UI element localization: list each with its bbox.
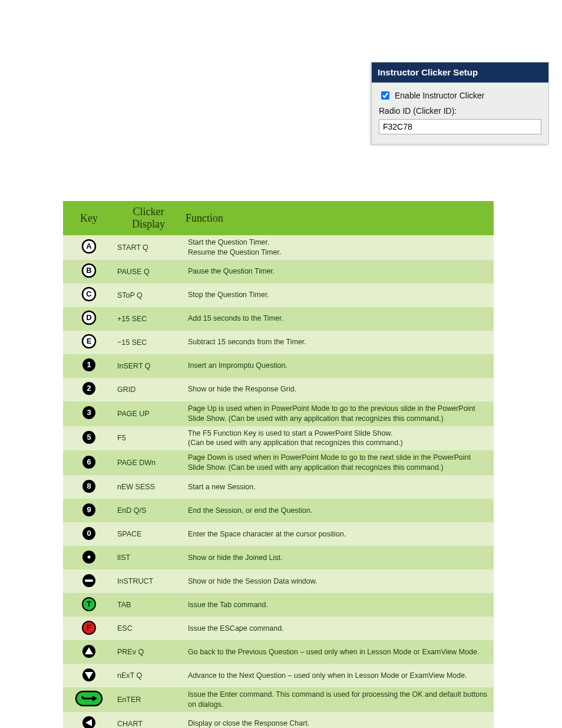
key-icon-arrow-up bbox=[81, 644, 97, 659]
svg-text:8: 8 bbox=[87, 482, 91, 490]
svg-text:0: 0 bbox=[87, 529, 91, 538]
table-row: BPAUSE QPause the Question Timer. bbox=[63, 260, 494, 284]
key-icon-cell: 1 bbox=[63, 357, 115, 373]
svg-text:C: C bbox=[86, 289, 92, 298]
clicker-display-cell: InSTRUCT bbox=[115, 577, 184, 585]
function-cell: Issue the Enter command. This command is… bbox=[184, 690, 494, 710]
function-cell: Show or hide the Session Data window. bbox=[184, 577, 494, 587]
key-icon-cell: B bbox=[63, 263, 115, 278]
clicker-display-cell: +15 SEC bbox=[115, 315, 184, 323]
table-row: 2GRIDShow or hide the Response Grid. bbox=[63, 378, 494, 401]
key-icon-true: T bbox=[81, 597, 97, 612]
table-row: InSTRUCTShow or hide the Session Data wi… bbox=[63, 569, 494, 593]
clicker-key-table: Key Clicker Display Function ASTART QSta… bbox=[63, 201, 494, 728]
radio-id-label: Radio ID (Clicker ID): bbox=[379, 106, 541, 116]
function-cell: Start the Question Timer. Resume the Que… bbox=[184, 238, 494, 258]
svg-rect-29 bbox=[85, 579, 93, 582]
table-row: D+15 SECAdd 15 seconds to the Timer. bbox=[63, 307, 494, 331]
key-icon-number-8: 8 bbox=[81, 479, 97, 494]
clicker-display-cell: F5 bbox=[115, 434, 184, 442]
clicker-display-cell: ESC bbox=[115, 624, 184, 633]
clicker-display-cell: nEW SESS bbox=[115, 483, 184, 491]
function-cell: Pause the Question Timer. bbox=[184, 266, 494, 276]
header-display: Clicker Display bbox=[115, 206, 182, 230]
table-row: 1InSERT QInsert an Impromptu Question. bbox=[63, 354, 494, 378]
clicker-display-cell: PAGE UP bbox=[115, 410, 184, 418]
key-icon-letter-D: D bbox=[81, 310, 97, 325]
function-cell: Go back to the Previous Question – used … bbox=[184, 647, 494, 657]
key-icon-number-0: 0 bbox=[81, 526, 97, 541]
svg-text:T: T bbox=[87, 599, 91, 608]
table-row: TTABIssue the Tab command. bbox=[63, 593, 494, 617]
key-icon-arrow-down bbox=[81, 667, 97, 683]
svg-text:2: 2 bbox=[87, 384, 91, 393]
header-function: Function bbox=[182, 212, 494, 225]
function-cell: Insert an Impromptu Question. bbox=[184, 361, 494, 371]
key-icon-letter-C: C bbox=[81, 286, 97, 302]
key-icon-cell bbox=[63, 573, 115, 588]
table-row: 8nEW SESSStart a new Session. bbox=[63, 475, 494, 499]
key-icon-cell bbox=[63, 667, 115, 683]
key-icon-cell bbox=[63, 715, 115, 728]
clicker-display-cell: TAB bbox=[115, 601, 184, 609]
key-icon-number-3: 3 bbox=[81, 405, 97, 420]
function-cell: Start a new Session. bbox=[184, 482, 494, 492]
panel-title: Instructor Clicker Setup bbox=[372, 62, 548, 83]
table-row: FESCIssue the ESCape command. bbox=[63, 617, 494, 640]
table-row: 9EnD Q/SEnd the Session, or end the Ques… bbox=[63, 499, 494, 522]
key-icon-number-2: 2 bbox=[81, 381, 97, 396]
key-icon-letter-E: E bbox=[81, 334, 97, 349]
table-row: nExT QAdvance to the Next Question – use… bbox=[63, 664, 494, 687]
radio-id-input[interactable] bbox=[379, 119, 541, 134]
key-icon-cell: 0 bbox=[63, 526, 115, 541]
header-key: Key bbox=[63, 212, 115, 225]
table-header: Key Clicker Display Function bbox=[63, 201, 494, 235]
table-row: CHARTDisplay or close the Response Chart… bbox=[63, 712, 494, 728]
key-icon-cell: D bbox=[63, 310, 115, 325]
clicker-display-cell: GRID bbox=[115, 386, 184, 394]
table-row: lISTShow or hide the Joined List. bbox=[63, 546, 494, 569]
function-cell: End the Session, or end the Question. bbox=[184, 506, 494, 516]
clicker-display-cell: −15 SEC bbox=[115, 338, 184, 347]
clicker-display-cell: SToP Q bbox=[115, 291, 184, 299]
svg-text:5: 5 bbox=[87, 433, 91, 442]
enable-instructor-clicker-label: Enable Instructor Clicker bbox=[395, 91, 485, 100]
function-cell: Page Up is used when in PowerPoint Mode … bbox=[184, 404, 494, 424]
function-cell: Display or close the Response Chart. bbox=[184, 719, 494, 728]
svg-text:D: D bbox=[86, 313, 91, 322]
function-cell: Add 15 seconds to the Timer. bbox=[184, 314, 494, 324]
clicker-display-cell: EnD Q/S bbox=[115, 506, 184, 515]
key-icon-cell: A bbox=[63, 239, 115, 254]
svg-text:9: 9 bbox=[87, 505, 91, 514]
svg-text:F: F bbox=[87, 623, 91, 632]
enable-instructor-clicker-row[interactable]: Enable Instructor Clicker bbox=[379, 90, 541, 101]
instructor-clicker-setup-panel: Instructor Clicker Setup Enable Instruct… bbox=[371, 62, 549, 144]
table-row: CSToP QStop the Question Timer. bbox=[63, 284, 494, 307]
key-icon-cell bbox=[63, 690, 115, 707]
function-cell: Issue the ESCape command. bbox=[184, 624, 494, 634]
function-cell: Issue the Tab command. bbox=[184, 600, 494, 610]
svg-text:B: B bbox=[86, 266, 91, 275]
function-cell: Show or hide the Response Grid. bbox=[184, 384, 494, 394]
table-body: ASTART QStart the Question Timer. Resume… bbox=[63, 235, 494, 728]
key-icon-chart bbox=[81, 715, 97, 728]
key-icon-cell: F bbox=[63, 620, 115, 635]
key-icon-cell: 8 bbox=[63, 479, 115, 494]
clicker-display-cell: EnTER bbox=[115, 696, 184, 704]
function-cell: Advance to the Next Question – used only… bbox=[184, 671, 494, 681]
enable-instructor-clicker-checkbox[interactable] bbox=[381, 91, 389, 100]
key-icon-cell: T bbox=[63, 597, 115, 612]
key-icon-enter bbox=[75, 690, 103, 707]
key-icon-false: F bbox=[81, 620, 97, 635]
table-row: 5F5The F5 Function Key is used to start … bbox=[63, 426, 494, 451]
svg-text:E: E bbox=[87, 337, 92, 345]
clicker-display-cell: PAGE DWn bbox=[115, 459, 184, 467]
table-row: EnTERIssue the Enter command. This comma… bbox=[63, 687, 494, 712]
key-icon-dot bbox=[81, 549, 97, 565]
svg-text:1: 1 bbox=[87, 360, 91, 369]
function-cell: The F5 Function Key is used to start a P… bbox=[184, 429, 494, 449]
clicker-display-cell: PAUSE Q bbox=[115, 268, 184, 276]
clicker-display-cell: nExT Q bbox=[115, 671, 184, 680]
key-icon-cell: 9 bbox=[63, 502, 115, 518]
table-row: PREv QGo back to the Previous Question –… bbox=[63, 640, 494, 664]
